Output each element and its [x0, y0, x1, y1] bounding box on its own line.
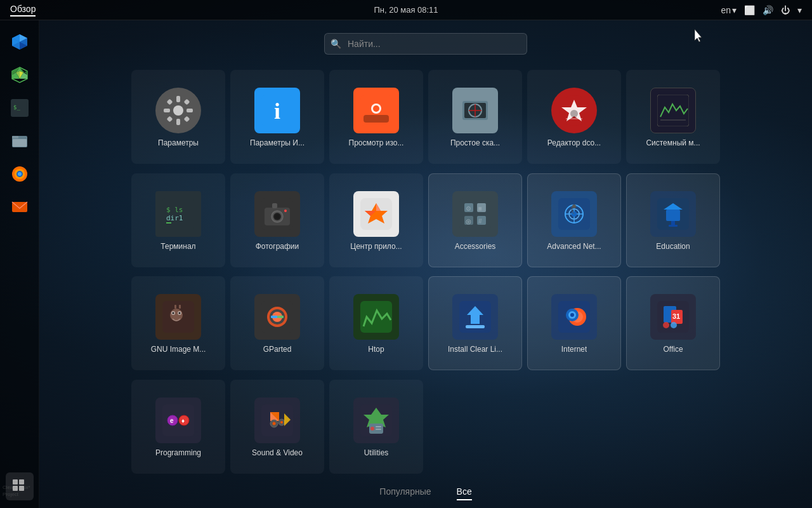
app-camera[interactable]: Фотографии [230, 173, 324, 267]
svg-rect-63 [272, 203, 277, 208]
volume-icon[interactable]: 🔊 [763, 5, 773, 15]
bottom-tabs: Популярные Все [58, 478, 793, 508]
gparted-icon [254, 294, 300, 340]
app-gnu[interactable]: GNU Image M... [131, 276, 225, 370]
image-viewer-icon [353, 88, 399, 133]
sidebar-item-app1[interactable] [6, 28, 34, 56]
app-internet[interactable]: Internet [527, 276, 621, 370]
utilities-label: Utilities [364, 448, 389, 458]
power-icon[interactable]: ⏻ [781, 5, 790, 15]
svg-text:⚙: ⚙ [466, 205, 471, 212]
lang-dropdown-icon: ▾ [732, 5, 737, 15]
advnet-label: Advanced Net... [547, 242, 601, 252]
power-dropdown-icon[interactable]: ▾ [797, 5, 802, 15]
search-icon: 🔍 [331, 39, 341, 49]
svg-point-91 [170, 309, 183, 321]
svg-point-62 [275, 214, 280, 219]
svg-rect-96 [174, 305, 176, 309]
svg-point-113 [570, 313, 574, 317]
topbar-title: Обзор [10, 4, 36, 17]
svg-point-23 [18, 172, 22, 176]
svg-rect-32 [164, 109, 170, 112]
svg-rect-37 [184, 116, 190, 123]
education-icon [650, 191, 696, 237]
svg-rect-69 [459, 198, 491, 230]
gnu-icon [155, 294, 201, 340]
app-soundvideo[interactable]: Sound & Video [230, 380, 324, 474]
sidebar: $_ [0, 20, 39, 508]
app-programming[interactable]: e♦ Programming [131, 380, 225, 474]
svg-rect-34 [167, 99, 173, 105]
lang-button[interactable]: en ▾ [721, 5, 737, 15]
image-viewer-label: Просмотр изо... [349, 138, 404, 149]
svg-point-136 [370, 427, 374, 431]
tab-all[interactable]: Все [457, 486, 472, 500]
svg-text:$_: $_ [13, 104, 20, 110]
app-utilities[interactable]: Utilities [329, 380, 423, 474]
advnet-icon [551, 191, 597, 237]
appstore-icon [353, 191, 399, 237]
sidebar-item-app2[interactable] [6, 61, 34, 89]
app-advnet[interactable]: Advanced Net... [527, 173, 621, 267]
svg-text:dir1: dir1 [166, 214, 183, 222]
svg-rect-97 [179, 305, 181, 309]
app-install[interactable]: Install Clear Li... [428, 276, 522, 370]
sysmon-label: Системный м... [646, 138, 700, 149]
svg-rect-104 [360, 301, 392, 333]
sidebar-item-browser[interactable] [6, 160, 34, 188]
topbar-right: en ▾ ⬜ 🔊 ⏻ ▾ [721, 5, 802, 15]
accessories-label: Accessories [455, 242, 496, 252]
scanner-icon [452, 88, 498, 133]
settings-label: Параметры [158, 138, 199, 149]
svg-rect-35 [184, 99, 190, 105]
svg-text:≡: ≡ [478, 205, 482, 212]
dconf-icon [551, 88, 597, 133]
svg-point-94 [173, 312, 174, 314]
terminal-icon: $ lsdir1 [155, 191, 201, 237]
app-image-viewer[interactable]: Просмотр изо... [329, 70, 423, 164]
utilities-icon [353, 398, 399, 443]
sidebar-item-mail[interactable] [6, 193, 34, 221]
svg-rect-86 [666, 210, 680, 221]
install-label: Install Clear Li... [448, 345, 502, 355]
screen-icon[interactable]: ⬜ [744, 5, 755, 15]
camera-icon [254, 191, 300, 237]
app-settings[interactable]: Параметры [131, 70, 225, 164]
svg-text:$ ls: $ ls [166, 206, 183, 214]
svg-rect-36 [167, 116, 173, 123]
svg-rect-107 [466, 325, 485, 328]
app-terminal[interactable]: $ lsdir1 Терминал [131, 173, 225, 267]
svg-text:31: 31 [672, 312, 680, 320]
svg-rect-88 [671, 221, 675, 225]
app-dconf[interactable]: Редактор dco... [527, 70, 621, 164]
svg-rect-89 [669, 225, 678, 227]
tab-popular[interactable]: Популярные [379, 486, 431, 500]
app-sysmon[interactable]: Системный м... [626, 70, 720, 164]
main-area: 🔍 Параметры i Параметры И... Просмотр из… [39, 20, 812, 508]
svg-rect-25 [13, 479, 18, 485]
gnu-label: GNU Image M... [151, 345, 206, 355]
svg-rect-138 [376, 429, 381, 430]
app-settings-info[interactable]: i Параметры И... [230, 70, 324, 164]
htop-icon [353, 294, 399, 340]
app-office[interactable]: 31 Office [626, 276, 720, 370]
svg-rect-27 [13, 486, 18, 491]
gparted-label: GParted [263, 345, 292, 355]
svg-point-64 [284, 210, 287, 212]
app-scanner[interactable]: Простое ска... [428, 70, 522, 164]
svg-rect-30 [176, 96, 180, 102]
sidebar-item-files[interactable] [6, 127, 34, 155]
office-icon: 31 [650, 294, 696, 340]
app-htop[interactable]: Htop [329, 276, 423, 370]
app-accessories[interactable]: ⚙≡◎# Accessories [428, 173, 522, 267]
app-appstore[interactable]: Центр прило... [329, 173, 423, 267]
sidebar-item-terminal[interactable]: $_ [6, 94, 34, 122]
install-icon [452, 294, 498, 340]
search-bar: 🔍 [324, 33, 527, 55]
sidebar-item-appgrid[interactable] [6, 472, 34, 500]
topbar-left: Обзор [10, 4, 36, 17]
search-input[interactable] [324, 33, 527, 55]
app-education[interactable]: Education [626, 173, 720, 267]
svg-rect-102 [271, 316, 277, 318]
app-gparted[interactable]: GParted [230, 276, 324, 370]
